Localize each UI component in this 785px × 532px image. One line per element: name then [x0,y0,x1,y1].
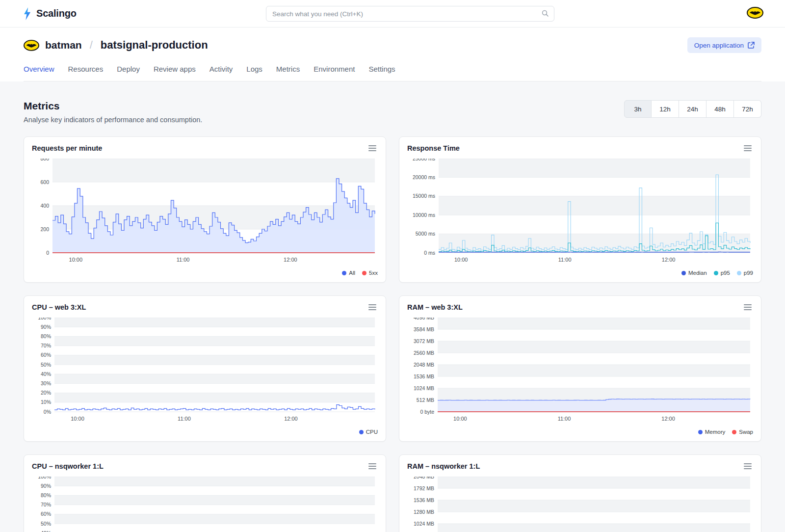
legend-dot-icon [342,271,346,275]
svg-text:1536 MB: 1536 MB [414,497,434,503]
svg-text:4096 MB: 4096 MB [414,318,434,320]
chart-legend: All5xx [32,268,378,277]
svg-text:2560 MB: 2560 MB [414,350,434,356]
svg-text:12:00: 12:00 [662,257,676,263]
legend-label: Memory [705,429,726,435]
breadcrumb-owner[interactable]: batman [45,39,82,51]
legend-item[interactable]: All [342,270,355,276]
svg-text:3584 MB: 3584 MB [414,326,434,332]
tab-deploy[interactable]: Deploy [117,65,140,81]
legend-label: p95 [721,270,730,276]
chart-title: CPU – nsqworker 1:L [32,462,104,470]
owner-avatar-icon[interactable] [24,40,39,51]
tab-environment[interactable]: Environment [314,65,355,81]
chart-menu-icon[interactable] [742,144,753,153]
legend-dot-icon [362,271,366,275]
range-12h[interactable]: 12h [652,100,679,118]
chart-legend: MemorySwap [407,427,753,436]
svg-text:3072 MB: 3072 MB [414,338,434,344]
charts-grid: Requests per minute 020040060080010:0011… [24,136,761,532]
legend-label: 5xx [369,270,378,276]
search-icon[interactable] [541,9,550,18]
scalingo-logo[interactable]: Scalingo [22,7,77,20]
legend-item[interactable]: CPU [359,429,378,435]
svg-text:2048 MB: 2048 MB [414,477,434,479]
svg-text:10:00: 10:00 [454,257,468,263]
tab-review-apps[interactable]: Review apps [154,65,196,81]
legend-dot-icon [732,430,736,434]
legend-dot-icon [359,430,364,434]
svg-text:200: 200 [40,226,49,232]
tab-resources[interactable]: Resources [68,65,104,81]
ram-web-chart: 0 byte512 MB1024 MB1536 MB2048 MB2560 MB… [407,318,753,426]
chart-card-cpu-web: CPU – web 3:XL 0%10%20%30%40%50%60%70%80… [24,295,386,442]
legend-label: Swap [739,429,753,435]
user-avatar[interactable] [747,7,763,21]
chart-menu-icon[interactable] [367,303,378,312]
legend-item[interactable]: 5xx [362,270,378,276]
svg-text:20%: 20% [41,390,51,396]
brand-name: Scalingo [36,8,77,19]
chart-menu-icon[interactable] [742,462,753,471]
chart-menu-icon[interactable] [367,144,378,153]
legend-item[interactable]: Swap [732,429,753,435]
tab-logs[interactable]: Logs [246,65,262,81]
open-application-button[interactable]: Open application [687,37,761,53]
breadcrumb: batman / batsignal-production Open appli… [24,37,761,53]
chart-card-ram-nsqworker: RAM – nsqworker 1:L 0 byte256 MB512 MB76… [399,454,761,532]
svg-text:80%: 80% [41,333,51,339]
page-title: Metrics [24,100,202,112]
svg-text:1280 MB: 1280 MB [414,509,434,515]
legend-item[interactable]: p99 [737,270,753,276]
svg-text:0%: 0% [44,409,51,415]
breadcrumb-app-name[interactable]: batsignal-production [101,39,208,52]
cpu-nsqworker-chart: 0%10%20%30%40%50%60%70%80%90%100%10:0011… [32,477,378,532]
chart-title: CPU – web 3:XL [32,303,86,311]
svg-text:5000 ms: 5000 ms [416,231,435,237]
breadcrumb-separator: / [88,39,95,52]
svg-text:25000 ms: 25000 ms [413,159,435,161]
chart-card-ram-web: RAM – web 3:XL 0 byte512 MB1024 MB1536 M… [399,295,761,442]
svg-text:0 byte: 0 byte [420,409,434,415]
svg-text:600: 600 [40,179,49,185]
svg-text:10:00: 10:00 [453,416,467,422]
legend-label: p99 [744,270,753,276]
tab-overview[interactable]: Overview [24,65,54,81]
ram-nsqworker-chart: 0 byte256 MB512 MB768 MB1024 MB1280 MB15… [407,477,753,532]
range-24h[interactable]: 24h [679,100,706,118]
chart-card-response-time: Response Time 0 ms5000 ms10000 ms15000 m… [399,136,761,283]
svg-text:400: 400 [40,203,49,209]
svg-text:800: 800 [40,159,49,161]
tab-settings[interactable]: Settings [368,65,395,81]
tab-activity[interactable]: Activity [209,65,233,81]
legend-item[interactable]: Median [681,270,707,276]
range-3h[interactable]: 3h [624,100,652,118]
page-subtitle: Analyse key indicators of performance an… [24,116,202,124]
legend-dot-icon [714,271,718,275]
external-link-icon [748,42,755,49]
svg-text:12:00: 12:00 [661,416,675,422]
svg-text:90%: 90% [41,483,51,489]
range-72h[interactable]: 72h [734,100,761,118]
legend-item[interactable]: p95 [714,270,730,276]
svg-text:10:00: 10:00 [69,257,83,263]
chart-title: Response Time [407,144,460,152]
chart-menu-icon[interactable] [367,462,378,471]
chart-menu-icon[interactable] [742,303,753,312]
cpu-web-chart: 0%10%20%30%40%50%60%70%80%90%100%10:0011… [32,318,378,426]
svg-text:50%: 50% [41,362,51,368]
svg-text:90%: 90% [41,324,51,330]
search-input[interactable] [266,6,554,22]
range-48h[interactable]: 48h [706,100,734,118]
legend-dot-icon [737,271,741,275]
metrics-page: Metrics Analyse key indicators of perfor… [0,81,785,532]
svg-text:1792 MB: 1792 MB [414,485,434,491]
svg-text:1024 MB: 1024 MB [414,521,434,527]
chart-card-cpu-nsqworker: CPU – nsqworker 1:L 0%10%20%30%40%50%60%… [24,454,386,532]
tab-metrics[interactable]: Metrics [276,65,300,81]
legend-item[interactable]: Memory [698,429,726,435]
svg-text:11:00: 11:00 [177,257,190,263]
legend-label: CPU [366,429,378,435]
open-application-label: Open application [694,42,744,49]
svg-text:100%: 100% [38,318,51,320]
